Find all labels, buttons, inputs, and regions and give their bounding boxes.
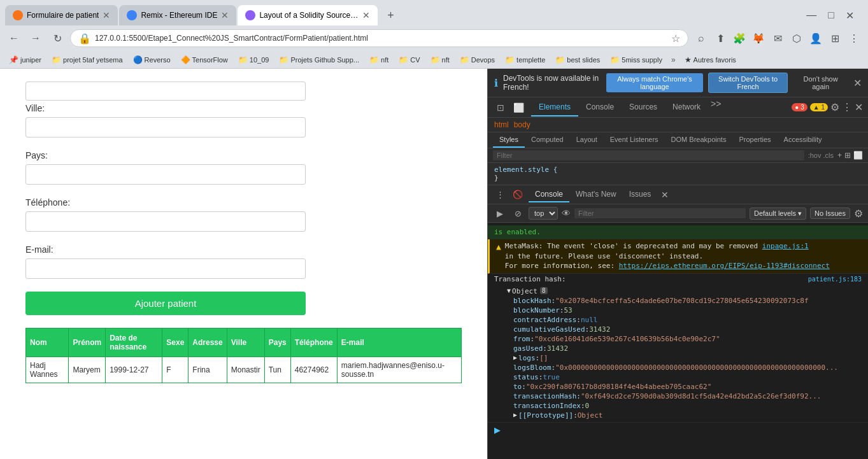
bookmark-autres[interactable]: ★ Autres favoris [681, 54, 740, 66]
tab-3[interactable]: Layout of a Solidity Source File — ✕ [238, 5, 378, 25]
console-clear-icon[interactable]: 🚫 [511, 188, 525, 202]
devtools-settings-icon[interactable]: ⚙ [830, 101, 839, 113]
console-tab-issues[interactable]: Issues [623, 187, 658, 202]
tab-1[interactable]: Formulaire de patient ✕ [5, 5, 118, 25]
logs-expander[interactable]: ▶ [513, 354, 517, 361]
metamask-icon[interactable]: 🦊 [750, 29, 767, 47]
styles-tab-dom-breakpoints[interactable]: DOM Breakpoints [665, 132, 733, 148]
styles-tab-layout[interactable]: Layout [570, 132, 604, 148]
toggle-style-icon[interactable]: ⊞ [844, 151, 851, 160]
copy-style-icon[interactable]: ⬜ [853, 151, 863, 160]
tab-network[interactable]: Network [665, 99, 708, 117]
email-icon[interactable]: ✉ [769, 29, 786, 47]
bookmark-projet[interactable]: 📁 projet 5taf yetsema [48, 54, 127, 66]
bookmark-projets[interactable]: 📁 Projets Github Supp... [275, 54, 363, 66]
maximize-button[interactable]: □ [824, 10, 838, 21]
console-close-icon[interactable]: ✕ [661, 190, 669, 200]
bookmark-5miss-icon: 📁 [610, 55, 620, 64]
styles-tab-styles[interactable]: Styles [493, 132, 525, 148]
bookmarks-more[interactable]: » [669, 54, 678, 66]
breadcrumb-html[interactable]: html [494, 120, 509, 129]
styles-tab-computed[interactable]: Computed [525, 132, 570, 148]
styles-filter-input[interactable] [493, 150, 804, 160]
match-language-button[interactable]: Always match Chrome's language [606, 73, 703, 92]
tab-2[interactable]: Remix - Ethereum IDE ✕ [119, 5, 236, 25]
dismiss-notification-button[interactable]: Don't show again [793, 73, 848, 92]
forward-button[interactable]: → [27, 29, 45, 47]
devtools-close-icon[interactable]: ✕ [855, 101, 863, 113]
reload-button[interactable]: ↻ [48, 29, 66, 47]
console-settings-icon[interactable]: ⚙ [854, 208, 863, 220]
tab-1-close[interactable]: ✕ [103, 10, 110, 20]
email-input[interactable] [25, 258, 306, 279]
inpage-link[interactable]: inpage.js:1 [762, 242, 809, 250]
console-expand-icon[interactable]: ▶ [493, 206, 507, 220]
bookmark-juniper[interactable]: 📌 juniper [5, 54, 45, 66]
obj-blockHash: blockHash : "0x2078e4bcfceffa5c4dade6e07… [494, 296, 844, 306]
address-box[interactable]: 🔒 127.0.0.1:5500/Etape1_Connect%20JS_Sma… [70, 29, 688, 47]
new-tab-button[interactable]: + [381, 6, 399, 24]
notification-close-icon[interactable]: ✕ [853, 77, 862, 89]
close-window-button[interactable]: ✕ [842, 10, 858, 22]
console-filter-input[interactable] [574, 208, 746, 218]
cast-icon[interactable]: ⬆ [711, 29, 729, 47]
styles-tab-accessibility[interactable]: Accessibility [778, 132, 829, 148]
ville-input[interactable] [25, 117, 306, 138]
bookmark-star-icon[interactable]: ☆ [671, 32, 680, 45]
telephone-input[interactable] [25, 211, 306, 232]
object-expander[interactable]: ▼ [507, 287, 511, 294]
back-button[interactable]: ← [5, 29, 23, 47]
more-tabs-button[interactable]: >> [708, 99, 723, 117]
bookmark-devops[interactable]: 📁 Devops [456, 54, 499, 66]
tab-sources[interactable]: Sources [622, 99, 665, 117]
tab-console[interactable]: Console [578, 99, 622, 117]
eip-link[interactable]: https://eips.ethereum.org/EIPS/eip-1193#… [619, 262, 830, 270]
ajouter-patient-button[interactable]: Ajouter patient [25, 292, 306, 315]
more-icon[interactable]: ⋮ [845, 29, 863, 47]
minimize-button[interactable]: — [802, 10, 820, 21]
console-tab-console[interactable]: Console [529, 187, 569, 202]
tab-3-close[interactable]: ✕ [362, 10, 370, 20]
console-kebab-icon[interactable]: ⋮ [493, 188, 507, 202]
bookmark-nft2[interactable]: 📁 nft [427, 54, 453, 66]
devtools-main-tabs: Elements Console Sources Network >> [531, 99, 723, 117]
split-icon[interactable]: ⊞ [826, 29, 844, 47]
breadcrumb-body[interactable]: body [514, 120, 530, 129]
address-text[interactable]: 127.0.0.1:5500/Etape1_Connect%20JS_Smart… [95, 34, 667, 43]
no-issues-button[interactable]: No Issues [810, 208, 850, 219]
top-context-selector[interactable]: top [529, 207, 558, 220]
obj-colon3: : [576, 316, 581, 324]
devtools-more-icon[interactable]: ⋮ [842, 101, 852, 113]
puzzle-icon[interactable]: ⬡ [788, 29, 806, 47]
tab-2-close[interactable]: ✕ [221, 10, 229, 20]
default-levels-button[interactable]: Default levels ▾ [750, 208, 806, 220]
profile-icon[interactable]: 👤 [807, 29, 825, 47]
device-toggle-button[interactable]: ⬜ [511, 100, 526, 115]
bookmark-reverso[interactable]: 🔵 Reverso [129, 54, 174, 66]
console-ban-icon[interactable]: ⊘ [511, 206, 525, 220]
bookmark-best-slides[interactable]: 📁 best slides [551, 54, 604, 66]
pays-input[interactable] [25, 164, 306, 185]
styles-tab-event-listeners[interactable]: Event Listeners [604, 132, 665, 148]
tab-elements[interactable]: Elements [531, 99, 578, 117]
bookmark-nft1[interactable]: 📁 nft [366, 54, 392, 66]
obj-from: from : "0xcd6e16041d6e539e267c410639b56b… [494, 334, 844, 344]
bookmark-1009[interactable]: 📁 10_09 [234, 54, 273, 66]
eye-icon[interactable]: 👁 [562, 208, 571, 218]
styles-tab-properties[interactable]: Properties [732, 132, 777, 148]
inspect-element-button[interactable]: ⊡ [493, 100, 508, 115]
add-style-rule-icon[interactable]: + [837, 151, 842, 160]
bookmark-5miss[interactable]: 📁 5miss supply [606, 54, 666, 66]
bookmark-cv[interactable]: 📁 CV [395, 54, 423, 66]
prototype-expander[interactable]: ▶ [513, 411, 517, 418]
address-icons: ☆ [671, 32, 680, 45]
console-tab-whats-new[interactable]: What's New [569, 187, 623, 202]
bookmark-tensorflow[interactable]: 🔶 TensorFlow [177, 54, 232, 66]
search-icon[interactable]: ⌕ [692, 29, 710, 47]
object-label: Object [512, 287, 537, 295]
console-input[interactable] [503, 425, 862, 434]
extensions-icon[interactable]: 🧩 [730, 29, 748, 47]
switch-devtools-button[interactable]: Switch DevTools to French [708, 73, 788, 93]
bookmark-templette[interactable]: 📁 templette [501, 54, 549, 66]
tx-hash-source[interactable]: patient.js:183 [808, 276, 862, 283]
